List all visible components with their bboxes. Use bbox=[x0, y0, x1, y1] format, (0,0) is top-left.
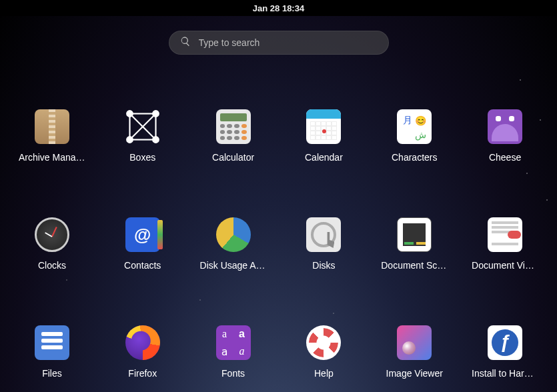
app-fonts[interactable]: aaaa Fonts bbox=[188, 324, 279, 379]
files-icon bbox=[35, 325, 69, 360]
app-firefox[interactable]: Firefox bbox=[97, 324, 188, 379]
fonts-icon: aaaa bbox=[216, 325, 251, 360]
top-bar: Jan 28 18:34 bbox=[0, 0, 557, 16]
search-field[interactable] bbox=[169, 31, 389, 55]
document-viewer-icon bbox=[488, 217, 522, 252]
help-icon bbox=[306, 325, 341, 360]
app-label: Document Scanner bbox=[381, 260, 448, 271]
calendar-icon bbox=[306, 109, 341, 144]
cheese-icon bbox=[488, 109, 522, 144]
app-install-to-hd[interactable]: Install to Hard Drive bbox=[460, 324, 550, 379]
app-archive-manager[interactable]: Archive Manager bbox=[7, 108, 97, 163]
search-icon bbox=[180, 36, 191, 49]
clock-icon bbox=[35, 217, 69, 252]
app-label: Archive Manager bbox=[19, 152, 85, 163]
app-label: Help bbox=[314, 368, 334, 379]
app-boxes[interactable]: Boxes bbox=[97, 108, 188, 163]
app-calculator[interactable]: Calculator bbox=[188, 108, 279, 163]
app-files[interactable]: Files bbox=[7, 324, 97, 379]
document-scanner-icon bbox=[397, 217, 432, 252]
app-disks[interactable]: Disks bbox=[278, 216, 369, 271]
calculator-icon bbox=[216, 109, 251, 144]
app-label: Install to Hard Drive bbox=[472, 368, 538, 379]
image-viewer-icon bbox=[397, 325, 432, 360]
app-label: Document Viewer bbox=[472, 260, 538, 271]
app-label: Firefox bbox=[128, 368, 157, 379]
disk-usage-icon bbox=[216, 217, 251, 252]
archive-icon bbox=[35, 109, 69, 144]
contacts-icon bbox=[125, 217, 160, 252]
app-label: Image Viewer bbox=[386, 368, 443, 379]
app-label: Disks bbox=[312, 260, 335, 271]
fedora-installer-icon bbox=[488, 325, 522, 360]
app-cheese[interactable]: Cheese bbox=[460, 108, 550, 163]
app-disk-usage[interactable]: Disk Usage Analyzer bbox=[188, 216, 279, 271]
app-label: Calculator bbox=[212, 152, 254, 163]
app-label: Contacts bbox=[124, 260, 161, 271]
app-label: Files bbox=[42, 368, 62, 379]
app-label: Characters bbox=[392, 152, 437, 163]
app-calendar[interactable]: Calendar bbox=[278, 108, 369, 163]
app-characters[interactable]: 月😊✿ش Characters bbox=[369, 108, 460, 163]
boxes-icon bbox=[125, 109, 160, 144]
app-label: Disk Usage Analyzer bbox=[200, 260, 267, 271]
app-clocks[interactable]: Clocks bbox=[7, 216, 97, 271]
app-document-scanner[interactable]: Document Scanner bbox=[369, 216, 460, 271]
clock-label[interactable]: Jan 28 18:34 bbox=[253, 3, 304, 13]
app-contacts[interactable]: Contacts bbox=[97, 216, 188, 271]
app-image-viewer[interactable]: Image Viewer bbox=[369, 324, 460, 379]
app-label: Fonts bbox=[221, 368, 245, 379]
disks-icon bbox=[306, 217, 341, 252]
characters-icon: 月😊✿ش bbox=[397, 109, 432, 144]
app-help[interactable]: Help bbox=[278, 324, 369, 379]
app-label: Cheese bbox=[489, 152, 521, 163]
search-input[interactable] bbox=[199, 37, 378, 48]
app-document-viewer[interactable]: Document Viewer bbox=[460, 216, 550, 271]
firefox-icon bbox=[125, 325, 160, 360]
app-label: Calendar bbox=[305, 152, 343, 163]
app-grid: Archive Manager Boxes Calculator Calenda… bbox=[0, 108, 557, 379]
app-label: Boxes bbox=[129, 152, 155, 163]
app-label: Clocks bbox=[38, 260, 66, 271]
